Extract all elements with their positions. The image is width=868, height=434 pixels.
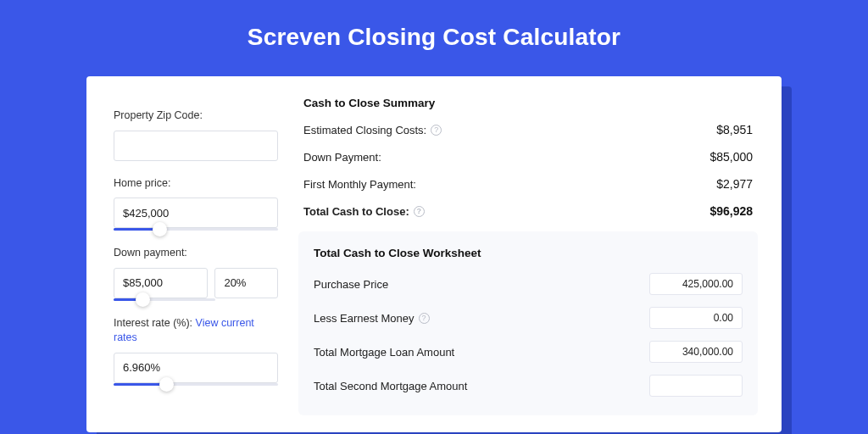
summary-row-label-text: Estimated Closing Costs: (303, 124, 426, 136)
worksheet-row: Total Mortgage Loan Amount (314, 341, 743, 363)
worksheet-row-input-control[interactable] (659, 312, 733, 324)
worksheet-row-input[interactable] (649, 307, 743, 329)
home-price-field-group: Home price: (114, 176, 278, 231)
worksheet-row: Less Earnest Money? (314, 307, 743, 329)
help-icon[interactable]: ? (419, 313, 430, 324)
home-price-input-control[interactable] (123, 207, 269, 220)
calculator-panel-wrap: Property Zip Code: Home price: Down paym… (86, 76, 782, 432)
worksheet-title: Total Cash to Close Worksheet (314, 247, 743, 259)
home-price-input[interactable] (114, 198, 278, 228)
summary-row-label: First Monthly Payment: (303, 178, 416, 191)
worksheet-row-label: Total Second Mortgage Amount (314, 380, 467, 392)
interest-rate-slider[interactable] (114, 383, 278, 386)
worksheet-row-label: Less Earnest Money? (314, 312, 430, 325)
home-price-slider-thumb[interactable] (153, 222, 167, 236)
zip-field-group: Property Zip Code: (114, 108, 278, 161)
worksheet-row-input[interactable] (649, 341, 743, 363)
worksheet-row-label: Total Mortgage Loan Amount (314, 346, 454, 359)
calculator-panel: Property Zip Code: Home price: Down paym… (86, 76, 782, 432)
zip-label: Property Zip Code: (114, 108, 278, 124)
interest-rate-input-control[interactable] (123, 361, 269, 374)
summary-row: Down Payment:$85,000 (303, 150, 753, 164)
worksheet-row-label-text: Purchase Price (314, 278, 388, 291)
down-payment-pct-input[interactable] (214, 268, 278, 298)
home-price-slider[interactable] (114, 228, 278, 231)
summary-row-value: $2,977 (716, 177, 753, 191)
down-payment-field-group: Down payment: (114, 246, 278, 301)
help-icon[interactable]: ? (414, 206, 425, 217)
zip-input-control[interactable] (123, 139, 269, 152)
worksheet-row-input-control[interactable] (659, 346, 733, 358)
interest-rate-label-text: Interest rate (%): (114, 317, 196, 329)
interest-rate-input[interactable] (114, 353, 278, 383)
summary-row-label-text: First Monthly Payment: (303, 178, 416, 191)
results-column: Cash to Close Summary Estimated Closing … (298, 97, 782, 432)
interest-rate-label: Interest rate (%): View current rates (114, 316, 278, 346)
summary-row-label: Estimated Closing Costs:? (303, 124, 442, 136)
interest-rate-slider-thumb[interactable] (159, 377, 174, 392)
worksheet-row-label: Purchase Price (314, 278, 388, 291)
help-icon[interactable]: ? (431, 125, 442, 136)
summary-row-label-text: Total Cash to Close: (303, 205, 409, 218)
worksheet-card: Total Cash to Close Worksheet Purchase P… (298, 231, 758, 415)
worksheet-row: Total Second Mortgage Amount (314, 375, 743, 397)
interest-rate-field-group: Interest rate (%): View current rates (114, 316, 278, 386)
summary-row-label-text: Down Payment: (303, 151, 381, 164)
summary-row-value: $8,951 (716, 123, 753, 136)
summary-row: Total Cash to Close:?$96,928 (303, 204, 753, 218)
summary-row-label: Total Cash to Close:? (303, 205, 425, 218)
worksheet-row: Purchase Price (314, 273, 743, 295)
down-payment-label: Down payment: (114, 246, 278, 261)
summary-card: Cash to Close Summary Estimated Closing … (298, 97, 758, 218)
down-payment-slider-thumb[interactable] (136, 292, 150, 307)
down-payment-input-control[interactable] (123, 276, 198, 289)
worksheet-row-input-control[interactable] (659, 380, 733, 392)
worksheet-row-input[interactable] (649, 273, 743, 295)
inputs-column: Property Zip Code: Home price: Down paym… (86, 97, 298, 432)
down-payment-input[interactable] (114, 268, 208, 298)
worksheet-row-label-text: Less Earnest Money (314, 312, 415, 325)
summary-row-value: $85,000 (709, 150, 753, 164)
worksheet-row-input-control[interactable] (659, 278, 733, 290)
worksheet-row-label-text: Total Mortgage Loan Amount (314, 346, 454, 359)
summary-row: First Monthly Payment:$2,977 (303, 177, 753, 191)
home-price-label: Home price: (114, 176, 278, 192)
worksheet-row-input[interactable] (649, 375, 743, 397)
down-payment-slider[interactable] (114, 298, 215, 301)
summary-row-value: $96,928 (709, 204, 753, 218)
summary-row-label: Down Payment: (303, 151, 381, 164)
page-title: Screven Closing Cost Calculator (0, 0, 868, 66)
summary-title: Cash to Close Summary (303, 97, 753, 109)
down-payment-pct-input-control[interactable] (224, 276, 269, 289)
zip-input[interactable] (114, 131, 278, 161)
worksheet-row-label-text: Total Second Mortgage Amount (314, 380, 467, 392)
interest-rate-slider-fill (114, 383, 166, 386)
summary-row: Estimated Closing Costs:?$8,951 (303, 123, 753, 136)
